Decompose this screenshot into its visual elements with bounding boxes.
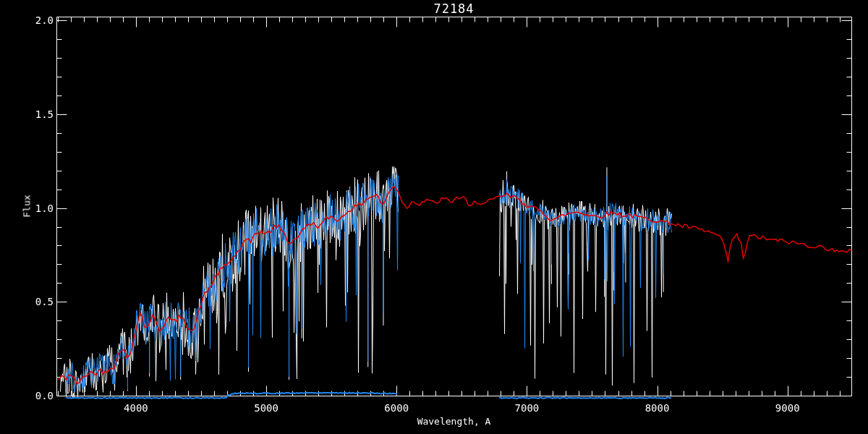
x-tick-label: 5000 [254,403,278,413]
y-tick-label: 1.5 [0,109,54,119]
spectrum-plot: 72184 Wavelength, A Flux 400050006000700… [0,0,868,434]
x-tick-label: 9000 [775,403,800,413]
y-tick-label: 0.5 [0,297,54,307]
x-tick-label: 6000 [384,403,409,413]
x-axis-title: Wavelength, A [56,416,851,427]
x-tick-label: 8000 [645,403,670,413]
x-tick-label: 7000 [515,403,540,413]
spectrum-canvas [0,0,868,434]
plot-title: 72184 [56,1,851,16]
x-tick-label: 4000 [124,403,148,413]
y-tick-label: 2.0 [0,15,54,25]
y-tick-label: 1.0 [0,203,54,213]
y-tick-label: 0.0 [0,391,54,401]
